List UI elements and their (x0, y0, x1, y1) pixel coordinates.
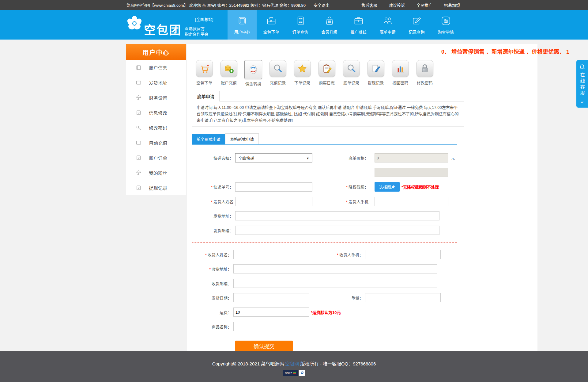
topbar-link-after-sales[interactable]: 售后客服 (361, 2, 377, 8)
receiver-address-label: *收货地址： (192, 266, 232, 272)
receiver-address-input[interactable] (233, 264, 437, 273)
sender-name-input[interactable] (235, 197, 312, 206)
tab-single-form[interactable]: 单个形式申请 (192, 134, 225, 144)
tool-change-password[interactable]: 修改密码 (413, 60, 437, 86)
product-name-input[interactable] (233, 322, 437, 331)
umbrella-icon (136, 95, 141, 101)
star-icon (296, 63, 308, 74)
receiver-name-input[interactable] (233, 250, 309, 259)
briefcase-icon (266, 15, 277, 27)
topbar-link-complaint[interactable]: 建议投诉 (389, 2, 405, 8)
journal-icon (136, 155, 141, 161)
swap-arrows-icon (247, 64, 259, 75)
collapse-arrow-icon[interactable]: « (581, 99, 583, 105)
sender-name-label: *发货人姓名 (192, 199, 233, 204)
sender-zip-input[interactable] (235, 226, 439, 235)
tool-receipt-record[interactable]: 底单记录 (339, 60, 364, 86)
express-select[interactable]: 全峰快递 (235, 153, 312, 162)
sender-address-input[interactable] (235, 211, 439, 220)
nav-item-receipt-apply[interactable]: 底单申请 (373, 10, 402, 40)
freight-label: 运费： (192, 309, 232, 315)
nav-item-empty-package-order[interactable]: 空包下单 (257, 10, 286, 40)
sidebar-item-finance-settings[interactable]: 财务设置 (126, 90, 186, 105)
header: 空包团 [全国总站] 直爆款官方 指定合作平台 用户中心 空包下单 订单查询 会… (0, 10, 588, 40)
section-divider (192, 242, 457, 243)
sidebar-item-withdraw-record[interactable]: 提现记录 (126, 180, 186, 195)
pen-square-icon (411, 15, 423, 27)
tracking-input[interactable] (235, 182, 312, 192)
nav-item-order-query[interactable]: 订单查询 (286, 10, 315, 40)
logout-link[interactable]: 安全退出 (314, 2, 330, 8)
stats-bars-icon (293, 372, 296, 374)
sidebar-item-my-fans[interactable]: 我的粉丝 (126, 165, 186, 180)
key-icon (136, 125, 141, 131)
paw-icon (300, 371, 304, 375)
tool-withdraw-record[interactable]: 提现记录 (364, 60, 388, 86)
tool-commission-convert[interactable]: 佣金转换 (241, 60, 266, 86)
receipt-apply-panel: 底单申请 申请时间:每天11:00--16:00 申请之前请检查下淘宝降权单号是… (192, 91, 464, 127)
sidebar-item-account-detail[interactable]: 账户详单 (126, 150, 186, 165)
paw-badge[interactable] (299, 370, 305, 376)
nav-item-taobao-school[interactable]: 淘 淘宝学院 (431, 10, 460, 40)
flower-logo-icon (125, 14, 144, 33)
taobao-icon: 淘 (440, 15, 452, 27)
nav-item-promote-earn[interactable]: 推广赚钱 (344, 10, 373, 40)
receiver-zip-label: 收货邮编： (192, 281, 232, 286)
receiver-phone-input[interactable] (365, 250, 441, 259)
weight-input[interactable] (365, 293, 441, 302)
topbar-link-join[interactable]: 招募加盟 (444, 2, 460, 8)
freight-input[interactable] (233, 308, 309, 317)
apply-notice: 申请时间:每天11:00--16:00 申请之前请检查下淘宝降权单号是否有变 确… (192, 101, 464, 127)
tool-recharge-record[interactable]: 充值记录 (266, 60, 290, 86)
main-panel: 0． 增益暂停销售 ．新增速尔快递 ．价格更优惠． 1 空包下单 账户充值 佣金… (187, 44, 537, 364)
footer-site-link[interactable]: 空包网 (285, 361, 299, 366)
sidebar-item-info-edit[interactable]: 信息修改 (126, 105, 186, 120)
user-center-icon (236, 15, 248, 27)
clipboard-pencil-icon (321, 63, 333, 74)
site-name: 空包团 (144, 21, 182, 37)
tool-recover-password[interactable]: 找回密码 (388, 60, 413, 86)
receiver-phone-label: *收货人手机： (309, 252, 363, 258)
topbar-link-promotion[interactable]: 全民推广 (417, 2, 432, 8)
ship-date-input[interactable] (233, 293, 309, 302)
slogan-line1: 直爆款官方 (185, 26, 213, 32)
receiver-zip-input[interactable] (233, 279, 437, 288)
sender-phone-input[interactable] (375, 197, 448, 206)
submit-button[interactable]: 确认提交 (235, 341, 293, 351)
tool-account-recharge[interactable]: 账户充值 (217, 60, 241, 86)
nav-item-member-upgrade[interactable]: 会员升级 (315, 10, 344, 40)
copyright-line: Copyright@ 2018-2021 菜鸟吧源码 空包网 版权所有 - 唯一… (0, 360, 588, 367)
cart-icon (198, 63, 210, 74)
online-service-label: 在线客服 (579, 72, 586, 97)
price-input[interactable] (375, 153, 448, 162)
caret-down-icon (306, 156, 309, 160)
price-unit: 元 (451, 155, 455, 161)
sidebar-item-ship-address[interactable]: 发货地址 (126, 75, 186, 90)
screenshot-label: *降权截图： (312, 184, 368, 190)
logo[interactable]: 空包团 [全国总站] 直爆款官方 指定合作平台 (125, 13, 213, 37)
sender-zip-label: 发货邮编： (192, 227, 233, 233)
journal-icon (136, 185, 141, 191)
sidebar-item-change-password[interactable]: 修改密码 (126, 120, 186, 135)
tool-order-record[interactable]: 下单记录 (290, 60, 315, 86)
main-nav: 用户中心 空包下单 订单查询 会员升级 推广赚钱 底单申请 记录查询 淘 淘宝学 (228, 10, 460, 40)
case-icon (353, 15, 364, 27)
sidebar-item-account-info[interactable]: 账户信息 (126, 60, 186, 75)
topbar: 菜鸟吧空包团【www.cniao8.com】 欢迎您 亲 早安! 账号：2514… (0, 0, 588, 10)
choose-image-button[interactable]: 选择图片 (375, 182, 400, 192)
panel-tab-receipt-apply[interactable]: 底单申请 (192, 91, 220, 101)
nav-item-user-center[interactable]: 用户中心 (228, 10, 257, 40)
pen-doc-icon (370, 63, 382, 74)
sender-address-label: 发货地址： (192, 213, 233, 219)
sidebar-item-auto-recharge[interactable]: 自动充值 (126, 135, 186, 150)
online-service-widget[interactable]: 在线客服 « (576, 60, 588, 108)
cnzz-stats-badge[interactable]: CNZZ (283, 370, 298, 376)
tab-table-form[interactable]: 表格形式申请 (225, 133, 259, 144)
card-icon (136, 140, 141, 146)
umbrella-icon (136, 170, 141, 176)
tool-purchase-log[interactable]: 购买日志 (315, 60, 339, 86)
document-icon (295, 15, 306, 27)
tool-empty-package-order[interactable]: 空包下单 (192, 60, 217, 86)
nav-item-record-query[interactable]: 记录查询 (402, 10, 431, 40)
bar-chart-icon (394, 63, 406, 74)
